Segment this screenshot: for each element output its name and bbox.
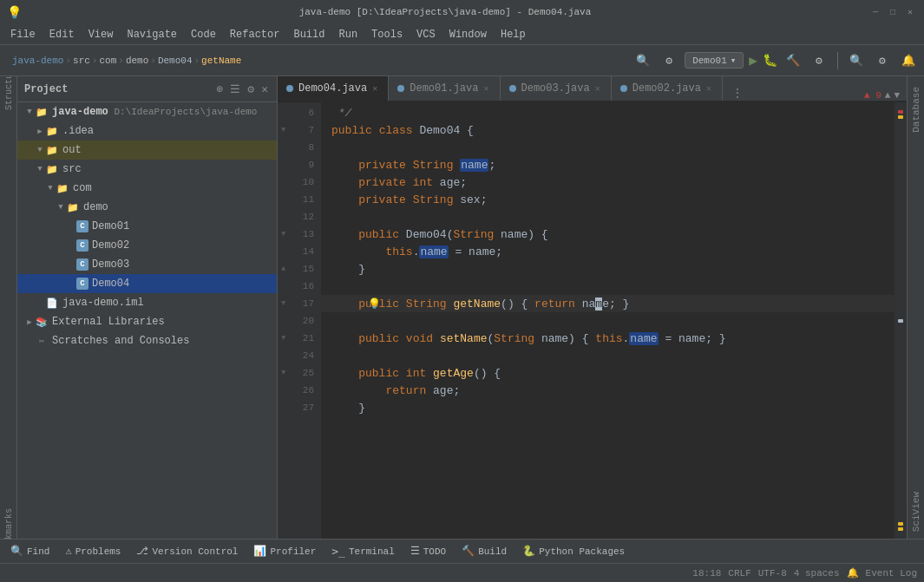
tree-item-com[interactable]: ▼ 📁 com [17,179,277,198]
search-button[interactable]: 🔍 [846,50,867,71]
tree-item-scratches[interactable]: ▶ ✂ Scratches and Consoles [17,331,277,350]
todo-tool-button[interactable]: ☰ TODO [403,541,453,562]
breadcrumb-method[interactable]: getName [201,56,241,66]
tree-item-idea[interactable]: ▶ 📁 .idea [17,121,277,141]
python-packages-tool-button[interactable]: 🐍 Python Packages [515,541,632,562]
tree-item-out[interactable]: ▼ 📁 out [17,141,277,160]
search-everywhere-button[interactable]: 🔍 [632,50,653,71]
error-indicator-area: ▲ 9 ▲ ▼ [864,90,907,101]
menu-bar: FileEditViewNavigateCodeRefactorBuildRun… [0,24,924,45]
menu-item-tools[interactable]: Tools [364,27,410,43]
menu-item-refactor[interactable]: Refactor [223,27,287,43]
fold-button[interactable]: ▼ [281,230,285,239]
breadcrumb-demo[interactable]: demo [126,56,148,66]
line-ending[interactable]: CRLF [728,568,750,579]
breadcrumb-com[interactable]: com [99,56,116,66]
tree-label: Demo02 [92,239,129,252]
problems-tool-button[interactable]: ⚠ Problems [58,541,128,562]
fold-button[interactable]: ▲ [281,265,285,273]
build-tool-button[interactable]: 🔨 Build [455,541,514,562]
tree-item-demo03[interactable]: C Demo03 [17,255,277,274]
fold-button[interactable]: ▼ [281,299,285,308]
tree-arrow: ▶ [35,126,45,136]
tree-item-external-libs[interactable]: ▶ 📚 External Libraries [17,312,277,331]
tab-close-demo02[interactable]: ✕ [706,83,711,94]
code-content[interactable]: */ public class Demo04 { private String … [321,102,895,539]
sciview-tab-button[interactable]: SciView [909,485,923,539]
indent[interactable]: 4 spaces [794,568,840,579]
tree-item-demo02[interactable]: C Demo02 [17,236,277,255]
tab-overflow-button[interactable]: ⋮ [726,86,749,101]
menu-item-navigate[interactable]: Navigate [120,27,184,43]
error-nav-up[interactable]: ▲ [885,90,891,101]
terminal-tool-button[interactable]: >_ Terminal [324,541,401,562]
fold-button[interactable]: ▼ [281,369,285,377]
tab-demo02[interactable]: Demo02.java ✕ [612,76,723,101]
tree-item-src[interactable]: ▼ 📁 src [17,160,277,179]
highlighted-name-2: name [419,245,448,258]
tab-demo03[interactable]: Demo03.java ✕ [501,76,612,101]
menu-item-file[interactable]: File [3,27,43,43]
version-control-tool-button[interactable]: ⎇ Version Control [129,541,245,562]
menu-item-edit[interactable]: Edit [43,27,82,43]
error-nav-down[interactable]: ▼ [894,90,900,101]
tree-item-iml[interactable]: ▶ 📄 java-demo.iml [17,293,277,312]
menu-item-code[interactable]: Code [184,27,223,43]
fold-button[interactable]: ▼ [281,126,285,134]
project-panel-settings[interactable]: ⚙ [246,81,256,98]
code-line-21: public void setName(String name) { this.… [321,330,895,347]
python-icon: 🐍 [522,545,535,558]
tree-item-root[interactable]: ▼ 📁 java-demo D:\IdeaProjects\java-demo [17,102,277,121]
build-button[interactable]: 🔨 [783,50,803,71]
find-tool-button[interactable]: 🔍 Find [3,541,56,562]
tab-close-demo04[interactable]: ✕ [372,83,377,94]
menu-item-vcs[interactable]: VCS [410,27,442,43]
minimize-button[interactable]: ─ [868,5,882,19]
tree-item-demo04[interactable]: C Demo04 [17,274,277,293]
menu-item-view[interactable]: View [82,27,121,43]
tree-item-demo[interactable]: ▼ 📁 demo [17,198,277,217]
project-panel-layout[interactable]: ☰ [228,81,242,98]
run-config-selector[interactable]: Demo01 ▾ [685,52,744,69]
notifications-icon[interactable]: 🔔 [847,567,859,579]
tab-close-demo01[interactable]: ✕ [483,83,488,94]
title-bar-controls: ─ □ ✕ [868,5,917,19]
todo-label: TODO [423,546,446,557]
tab-demo01[interactable]: Demo01.java ✕ [389,76,500,101]
gutter-line-21: ▼ 21 [278,330,321,347]
database-tab-button[interactable]: Database [909,80,923,140]
profiler-tool-button[interactable]: 📊 Profiler [246,541,323,562]
tab-demo04[interactable]: Demo04.java ✕ [278,76,389,101]
menu-item-window[interactable]: Window [442,27,494,43]
fold-button[interactable]: ▼ [281,334,285,343]
debug-button[interactable]: 🐛 [763,53,777,68]
breadcrumb-class[interactable]: Demo04 [158,56,193,66]
menu-item-build[interactable]: Build [286,27,331,43]
notifications-button[interactable]: 🔔 [898,50,919,71]
tree-arrow: ▼ [45,183,56,193]
close-button[interactable]: ✕ [903,5,917,19]
breadcrumb-src[interactable]: src [73,56,90,66]
menu-item-run[interactable]: Run [331,27,364,43]
problems-icon: ⚠ [65,545,71,558]
title-bar: 💡 java-demo [D:\IdeaProjects\java-demo] … [0,0,924,24]
menu-item-help[interactable]: Help [494,27,533,43]
folder-icon: 📁 [45,124,59,138]
breadcrumb-project[interactable]: java-demo [12,56,63,66]
run-button[interactable]: ▶ [749,52,757,69]
settings-gear-button[interactable]: ⚙ [872,50,893,71]
settings-button[interactable]: ⚙ [659,50,679,71]
more-run-tools[interactable]: ⚙ [809,50,829,71]
project-panel-close[interactable]: ✕ [259,81,270,98]
event-log-label[interactable]: Event Log [866,568,917,579]
tab-label: Demo03.java [521,82,590,95]
tab-close-demo03[interactable]: ✕ [595,83,600,94]
tree-item-demo01[interactable]: C Demo01 [17,217,277,236]
run-config-name: Demo01 [692,56,727,66]
maximize-button[interactable]: □ [886,5,900,19]
project-panel-add[interactable]: ⊕ [215,81,226,98]
cursor-position[interactable]: 18:18 [692,568,721,579]
structure-tab-button[interactable]: Structure [2,80,16,94]
encoding[interactable]: UTF-8 [758,568,787,579]
bookmarks-tab-button[interactable]: Bookmarks [2,525,16,539]
